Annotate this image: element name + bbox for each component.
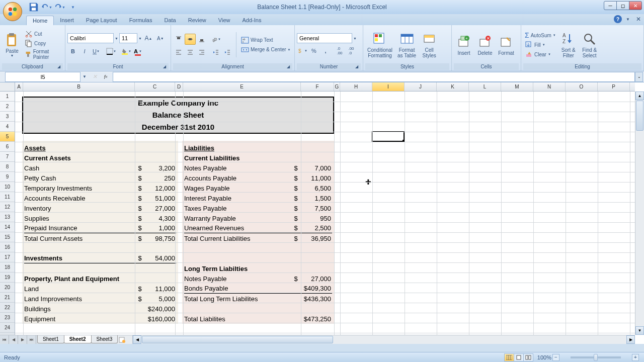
column-header-E[interactable]: E xyxy=(183,82,301,91)
sheet-nav-prev[interactable]: ◀ xyxy=(9,335,18,344)
row-header-11[interactable]: 11 xyxy=(0,192,15,202)
wrap-text-button[interactable]: abcWrap Text xyxy=(239,36,292,45)
italic-button[interactable]: I xyxy=(79,46,90,57)
column-header-A[interactable]: A xyxy=(15,82,23,91)
row-header-9[interactable]: 9 xyxy=(0,172,15,182)
align-top-button[interactable] xyxy=(173,34,184,45)
accounting-format-button[interactable]: $▼ xyxy=(297,45,308,56)
fill-button[interactable]: Fill ▼ xyxy=(523,40,557,49)
column-header-F[interactable]: F xyxy=(301,82,334,91)
row-header-4[interactable]: 4 xyxy=(0,122,15,132)
format-cells-button[interactable]: Format xyxy=(496,33,516,57)
font-name-select[interactable] xyxy=(67,33,114,43)
cell-styles-button[interactable]: Cell Styles xyxy=(419,30,439,59)
tab-data[interactable]: Data xyxy=(158,16,182,25)
minimize-button[interactable]: ─ xyxy=(604,1,617,10)
column-header-K[interactable]: K xyxy=(437,82,469,91)
grow-font-button[interactable]: A▲ xyxy=(143,33,154,44)
row-header-14[interactable]: 14 xyxy=(0,222,15,232)
vertical-scroll-thumb[interactable] xyxy=(636,101,643,131)
clear-button[interactable]: Clear ▼ xyxy=(523,50,557,59)
row-header-10[interactable]: 10 xyxy=(0,182,15,192)
row-header-23[interactable]: 23 xyxy=(0,313,15,323)
delete-cells-button[interactable]: ✕Delete xyxy=(475,33,495,57)
row-header-18[interactable]: 18 xyxy=(0,262,15,273)
sheet-tab-sheet3[interactable]: Sheet3 xyxy=(91,335,118,343)
formula-input[interactable] xyxy=(113,72,635,82)
underline-button[interactable]: U▼ xyxy=(91,46,102,57)
row-header-12[interactable]: 12 xyxy=(0,202,15,212)
column-header-C[interactable]: C xyxy=(135,82,175,91)
increase-decimal-button[interactable]: .0.00 xyxy=(334,45,345,56)
horizontal-scrollbar[interactable]: ◀ ▶ xyxy=(132,335,635,344)
decrease-indent-button[interactable] xyxy=(210,47,221,58)
row-header-21[interactable]: 21 xyxy=(0,293,15,303)
conditional-formatting-button[interactable]: Conditional Formatting xyxy=(365,30,394,59)
borders-button[interactable]: ▼ xyxy=(106,46,117,57)
scroll-up-button[interactable]: ▲ xyxy=(635,92,644,100)
number-launcher[interactable]: ◢ xyxy=(354,63,360,69)
sheet-tab-sheet1[interactable]: Sheet1 xyxy=(37,335,64,343)
zoom-out-button[interactable]: − xyxy=(552,354,559,361)
merge-center-button[interactable]: Merge & Center ▼ xyxy=(239,45,292,54)
font-launcher[interactable]: ◢ xyxy=(162,63,168,69)
shrink-font-button[interactable]: A▼ xyxy=(155,33,166,44)
row-header-6[interactable]: 6 xyxy=(0,142,15,152)
align-bottom-button[interactable] xyxy=(196,34,207,45)
name-box-dropdown[interactable]: ▼ xyxy=(82,74,88,79)
column-header-H[interactable]: H xyxy=(340,82,372,91)
row-header-17[interactable]: 17 xyxy=(0,252,15,262)
scroll-left-button[interactable]: ◀ xyxy=(133,335,141,344)
row-header-16[interactable]: 16 xyxy=(0,242,15,252)
row-header-5[interactable]: 5 xyxy=(0,132,15,142)
column-header-I[interactable]: I xyxy=(372,82,405,91)
tab-view[interactable]: View xyxy=(212,16,236,25)
column-header-J[interactable]: J xyxy=(405,82,437,91)
row-header-20[interactable]: 20 xyxy=(0,283,15,293)
column-header-G[interactable]: G xyxy=(334,82,340,91)
office-button[interactable] xyxy=(3,2,22,21)
sheet-tab-sheet2[interactable]: Sheet2 xyxy=(64,335,92,343)
copy-button[interactable]: Copy xyxy=(23,39,63,48)
row-header-19[interactable]: 19 xyxy=(0,273,15,283)
column-header-P[interactable]: P xyxy=(598,82,630,91)
zoom-slider[interactable] xyxy=(571,356,621,358)
sort-filter-button[interactable]: AZSort & Filter xyxy=(558,30,579,59)
align-middle-button[interactable] xyxy=(185,34,196,45)
align-center-button[interactable] xyxy=(185,47,196,58)
tab-page-layout[interactable]: Page Layout xyxy=(80,16,123,25)
scroll-right-button[interactable]: ▶ xyxy=(626,335,635,344)
zoom-slider-thumb[interactable] xyxy=(594,354,598,361)
format-painter-button[interactable]: Format Painter xyxy=(23,48,63,60)
column-header-D[interactable]: D xyxy=(175,82,183,91)
insert-cells-button[interactable]: +Insert xyxy=(454,33,474,57)
tab-add-ins[interactable]: Add-Ins xyxy=(236,16,267,25)
scroll-down-button[interactable]: ▼ xyxy=(635,326,644,335)
cancel-fx-button[interactable]: ✕ xyxy=(90,72,100,81)
sheet-nav-next[interactable]: ▶ xyxy=(18,335,27,344)
zoom-level[interactable]: 100% xyxy=(537,354,551,360)
column-header-N[interactable]: N xyxy=(533,82,566,91)
clipboard-launcher[interactable]: ◢ xyxy=(56,63,62,69)
maximize-button[interactable]: ◻ xyxy=(616,1,629,10)
undo-button[interactable]: ▼ xyxy=(41,2,52,13)
number-format-select[interactable] xyxy=(297,33,352,43)
format-as-table-button[interactable]: Format as Table xyxy=(395,30,418,59)
percent-format-button[interactable]: % xyxy=(308,45,319,56)
row-header-13[interactable]: 13 xyxy=(0,212,15,222)
horizontal-scroll-thumb[interactable] xyxy=(142,336,333,343)
name-box[interactable]: I5 xyxy=(5,72,80,82)
select-all-button[interactable] xyxy=(0,82,15,92)
column-header-M[interactable]: M xyxy=(501,82,533,91)
autosum-button[interactable]: ΣAutoSum ▼ xyxy=(523,31,557,40)
orientation-button[interactable]: ab▼ xyxy=(210,34,221,45)
cells-area[interactable]: Example Company Inc Balance Sheet Decemb… xyxy=(15,92,635,335)
decrease-decimal-button[interactable]: .00.0 xyxy=(346,45,357,56)
column-header-L[interactable]: L xyxy=(469,82,501,91)
formula-bar-expand[interactable]: ⌄ xyxy=(635,72,643,82)
column-headers[interactable]: ABCDEFGHIJKLMNOP xyxy=(15,82,635,92)
fx-button[interactable]: fx xyxy=(101,72,111,81)
row-header-15[interactable]: 15 xyxy=(0,232,15,242)
align-right-button[interactable] xyxy=(196,47,207,58)
normal-view-button[interactable] xyxy=(504,353,514,361)
